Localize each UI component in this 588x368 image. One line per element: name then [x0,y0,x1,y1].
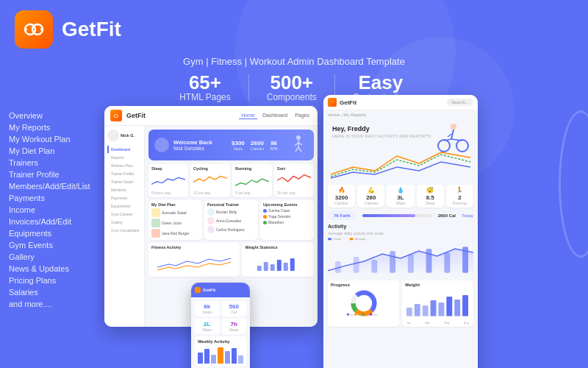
svg-line-19 [451,130,453,139]
dr-pie-chart: Run Gym Yoga Swim [345,289,382,318]
svg-rect-53 [446,297,452,316]
diet-item-2: Green Juice [162,221,182,225]
svg-rect-29 [426,249,432,273]
mobile-bar-chart [198,345,243,364]
svg-text:Gym: Gym [357,314,362,316]
mobile-chart-bar: Weekly Activity [195,336,246,367]
sidebar-equipments: Equipments [107,202,141,210]
nav-my-diet-plan[interactable]: My Diet Plan [9,145,97,157]
weight-stats-title: Weight Statistics [245,245,311,250]
mobile-body: 8k Steps 560 Cal 2L Water 7h Sle [191,297,250,368]
svg-rect-50 [423,305,429,316]
nav-invoices[interactable]: Invoices/Add/Edit [9,216,97,227]
sidebar-trainer-detail: Trainer Detail [107,178,141,185]
dr-stat-running: 🏃 2 Running [446,185,473,208]
mobile-screenshot: GetFit 8k Steps 560 Cal 2L Water [191,283,250,368]
fitness-activity-title: Fitness Activity [151,245,237,250]
nav-news-updates[interactable]: News & Updates [9,263,97,275]
nav-overview[interactable]: Overview [9,110,97,121]
tagline: Gym | Fitness | Workout Admin Dashboard … [0,56,588,67]
nav-gallery[interactable]: Gallery [9,251,97,263]
dr-stat-strength: 💪 280 Calories [357,185,384,208]
nav-payments[interactable]: Payments [9,192,97,204]
stat-html-pages-number: 65+ [179,73,231,92]
mini-chart-cycling-sub: 12 km avg [193,191,227,195]
svg-rect-32 [328,238,331,240]
mini-chart-sort-title: Sort [277,166,311,171]
svg-point-40 [346,314,348,316]
dr-stat-sleep: 😴 8.5 Sleep [417,185,444,208]
svg-point-41 [354,314,356,316]
dr-calorie-count: 2600 Cal [438,213,456,218]
svg-rect-31 [462,247,468,273]
mobile-brand-name: GetFit [203,288,215,292]
nav-members[interactable]: Members/Add/Edit/List [9,180,97,192]
personal-trainer-title: Personal Trainer [207,202,255,207]
svg-rect-11 [264,262,268,271]
nav-my-workout-plan[interactable]: My Workout Plan [9,133,97,145]
diet-item-3: Java Red Burger [162,231,190,236]
dash-nav-tabs: Home Dashboard Pages [239,112,312,119]
nav-more[interactable]: and more.... [9,298,97,310]
dr-progress-bar-fill [362,214,415,217]
bar-wed [211,355,216,364]
dash-header: G GetFit Home Dashboard Pages [104,106,318,126]
nav-trainers[interactable]: Trainers [9,157,97,169]
brand-name: GetFit [62,18,121,41]
svg-point-42 [362,314,364,316]
nav-income[interactable]: Income [9,204,97,216]
mini-chart-sleep-title: Sleep [151,166,185,171]
main-content: Overview My Reports My Workout Plan My D… [0,110,588,368]
trainer-1: Romen Belly [216,210,237,214]
sidebar-members: Members [107,186,141,194]
bar-thu [218,347,223,364]
dr-logo-icon [328,98,337,107]
nav-gym-events[interactable]: Gym Events [9,239,97,251]
dr-activity-section: Activity Average daily activity this wee… [323,224,478,277]
svg-point-4 [296,135,301,140]
svg-rect-52 [438,302,444,316]
nav-my-reports[interactable]: My Reports [9,121,97,133]
bar-sun [238,355,243,364]
nav-equipments[interactable]: Equipments [9,227,97,239]
svg-rect-10 [257,266,262,271]
mobile-stat-sleep: 7h Sleep [222,319,247,334]
svg-point-43 [370,314,372,316]
bar-sat [232,348,237,364]
bar-fri [225,351,230,364]
dr-activity-chart: Cardio Strength [328,238,473,275]
dash-tab-home: Home [239,112,257,119]
svg-rect-30 [444,252,450,273]
svg-point-17 [438,140,450,152]
sidebar-gallery: Gallery [107,219,141,226]
svg-rect-12 [270,264,275,271]
mini-chart-running-title: Running [235,166,269,171]
mobile-stat-cal: 560 Cal [222,301,247,316]
svg-text:Run: Run [349,314,354,316]
dr-weight-chart: Weight Jan Mar [402,280,473,327]
mobile-logo [195,287,201,293]
mini-chart-sleep-sub: 8 hours avg [151,191,185,195]
trainer-3: Carlos Rodriguez [216,227,245,232]
nav-pricing-plans[interactable]: Pricing Plans [9,275,97,286]
mobile-stat-steps: 8k Steps [195,301,220,316]
dr-brand-name: GetFit [340,99,356,106]
svg-line-9 [298,147,301,152]
svg-rect-49 [415,304,420,316]
dr-today-label: Today [462,213,473,218]
sidebar-workout: Workout Plan [107,162,141,169]
nav-salaries[interactable]: Salaries [9,286,97,298]
mobile-stats-row: 8k Steps 560 Cal [195,301,246,316]
svg-text:Cardio: Cardio [333,238,342,241]
svg-rect-25 [354,257,359,273]
svg-rect-48 [406,308,412,316]
nav-trainer-profile[interactable]: Trainer Profile [9,169,97,180]
mini-chart-sort-sub: 30 min avg [277,191,311,195]
mini-chart-cycling-title: Cycling [193,166,227,171]
svg-line-20 [448,134,451,137]
svg-rect-34 [350,238,354,240]
dr-activity-subtitle: Average daily activity this week [328,231,473,236]
dr-stat-water: 💧 3L Water [387,185,414,208]
cyclist-illustration [433,121,473,154]
dr-search-box: Search... [447,99,473,106]
